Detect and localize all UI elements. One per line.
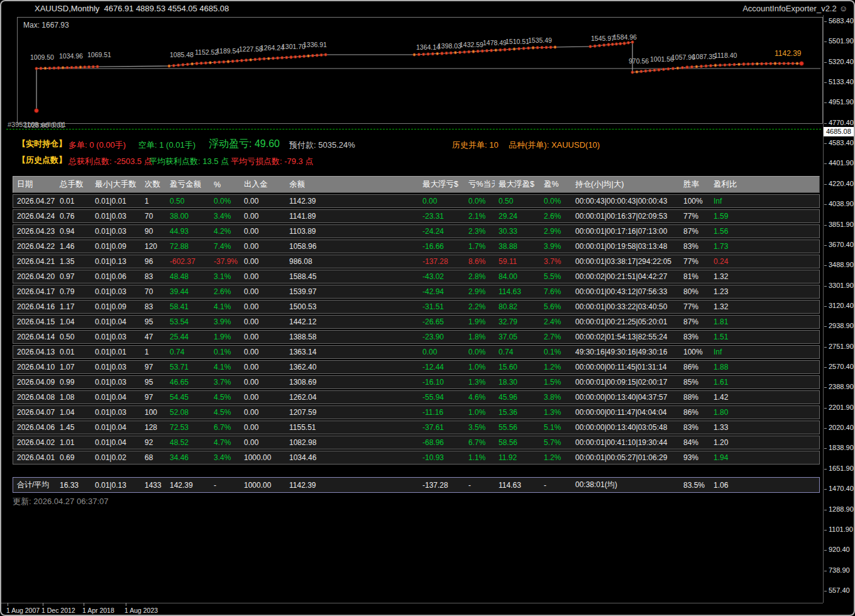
table-cell: 1.46 <box>56 239 91 253</box>
table-cell: 59.11 <box>495 255 540 268</box>
table-row: 2026.04.221.460.01|0.0912072.887.4%0.001… <box>13 239 820 253</box>
table-cell: 1.0% <box>465 405 495 419</box>
table-cell: 2.9% <box>465 285 495 299</box>
table-row: 2026.04.090.990.01|0.039546.653.7%0.0013… <box>13 375 820 389</box>
equity-value-label: 1227.58 <box>239 45 263 53</box>
table-cell: 15.60 <box>495 360 540 374</box>
table-cell: 0.00 <box>240 285 285 299</box>
table-cell: 0.00 <box>419 194 465 208</box>
table-cell: 0.01|0.02 <box>91 451 141 465</box>
table-cell: -602.37 <box>166 255 210 268</box>
table-cell: 0.00 <box>240 209 285 223</box>
equity-value-label: 1398.03 <box>438 42 461 50</box>
table-cell: 00:00:01|00:16:37|02:09:53 <box>571 209 680 223</box>
time-axis-label: 1 Aug 2007 <box>6 607 40 614</box>
price-axis-label: 1288.90 <box>829 505 854 513</box>
table-cell: 8.6% <box>465 255 495 268</box>
table-cell: 1.9% <box>210 330 240 344</box>
time-axis[interactable]: 1 Aug 20071 Dec 20121 Apr 20181 Aug 2023 <box>1 603 823 616</box>
price-axis-label: 5320.40 <box>829 58 854 65</box>
table-cell: 39.44 <box>166 285 210 299</box>
table-cell: 00:00:43|00:00:43|00:00:43 <box>571 194 680 208</box>
table-cell: 1.73 <box>710 239 820 253</box>
table-cell: 30.33 <box>495 224 540 238</box>
table-cell: 1.08 <box>56 390 91 404</box>
equity-value-label: 1535.49 <box>528 36 552 44</box>
table-cell: 0.01|0.03 <box>91 285 141 299</box>
equity-value-label: 1087.35 <box>692 53 716 60</box>
table-cell: 00:00:01|00:19:58|03:13:48 <box>571 239 680 253</box>
equity-value-label: 1001.56 <box>650 55 674 63</box>
table-row: 2026.04.071.040.01|0.0310052.084.5%0.001… <box>13 405 820 419</box>
table-cell: 0.79 <box>56 285 91 299</box>
table-cell: 46.65 <box>166 375 210 389</box>
table-cell: -16.66 <box>419 239 465 253</box>
column-header: 亏%当天 <box>465 176 495 193</box>
total-cell: - <box>540 477 571 493</box>
total-cell: - <box>210 477 240 493</box>
price-axis-label: 5133.40 <box>829 78 854 85</box>
table-cell: 2026.04.23 <box>13 224 56 238</box>
total-cell: 16.33 <box>56 477 91 493</box>
table-cell: 77% <box>680 300 710 314</box>
table-cell: 0.01|0.04 <box>91 436 141 449</box>
equity-value-label: 1478.49 <box>483 39 507 47</box>
table-cell: 1.59 <box>710 209 820 223</box>
table-cell: 0.01|0.03 <box>91 405 141 419</box>
table-cell: 0.00 <box>240 194 285 208</box>
table-cell: -68.96 <box>419 436 465 449</box>
total-cell: 114.63 <box>495 477 540 493</box>
chart-plot-area[interactable] <box>17 17 823 124</box>
table-cell: 53.54 <box>166 315 210 329</box>
table-cell: 00:00:00|00:13:40|03:05:48 <box>571 421 680 434</box>
table-cell: 3.1% <box>210 270 240 283</box>
table-cell: 0.50 <box>495 194 540 208</box>
table-cell: 0.50 <box>166 194 210 208</box>
table-cell: 58.56 <box>495 436 540 449</box>
table-cell: 52.08 <box>166 405 210 419</box>
table-cell: 95 <box>141 375 166 389</box>
table-cell: 0.97 <box>56 270 91 283</box>
table-cell: 70 <box>141 285 166 299</box>
table-cell: 1.5% <box>540 375 571 389</box>
table-cell: 0.00 <box>240 405 285 419</box>
table-cell: 0.01|0.04 <box>91 390 141 404</box>
table-cell: 1.81 <box>710 315 820 329</box>
table-cell: 1.20 <box>710 436 820 449</box>
table-cell: 1308.69 <box>285 375 419 389</box>
table-cell: -31.51 <box>419 300 465 314</box>
total-row: 合计/平均16.330.01|0.131433142.39-1000.00114… <box>13 477 820 493</box>
table-cell: 88% <box>680 390 710 404</box>
table-cell: 2026.04.10 <box>13 360 56 374</box>
equity-value-label: 1034.96 <box>59 52 83 60</box>
table-cell: 0.0% <box>210 194 240 208</box>
table-cell: 0.00 <box>240 375 285 389</box>
column-header: 最大浮盈$ <box>495 176 540 193</box>
table-cell: 2.4% <box>540 315 571 329</box>
table-cell: 2.3% <box>465 224 495 238</box>
price-axis-label: 3301.90 <box>829 282 854 289</box>
table-cell: -11.16 <box>419 405 465 419</box>
table-cell: -37.9% <box>210 255 240 268</box>
price-axis[interactable]: 5683.405501.905320.405133.404951.904770.… <box>829 1 855 603</box>
equity-value-label: 1085.48 <box>170 51 194 58</box>
table-cell: 0.00 <box>240 300 285 314</box>
table-cell: 11.92 <box>495 451 540 465</box>
table-cell: 1.32 <box>710 270 820 283</box>
table-cell: 4.1% <box>210 300 240 314</box>
table-cell: 1.61 <box>710 375 820 389</box>
table-cell: 1.51 <box>710 330 820 344</box>
price-axis-label: 3488.90 <box>829 261 854 268</box>
order-label-secondary: 1028.60 0.01 <box>24 121 64 129</box>
table-cell: 0.00 <box>240 270 285 283</box>
table-cell: 81% <box>680 270 710 283</box>
table-cell: 96 <box>141 255 166 268</box>
table-cell: 2026.04.01 <box>13 451 56 465</box>
table-cell: 77% <box>680 255 710 268</box>
equity-value-label: 1545.97 <box>591 35 615 42</box>
table-cell: 6.7% <box>210 421 240 434</box>
equity-max-label: Max: 1667.93 <box>23 21 69 30</box>
column-header: 日期 <box>13 176 56 193</box>
table-cell: 1141.89 <box>285 209 419 223</box>
table-cell: 84.00 <box>495 270 540 283</box>
